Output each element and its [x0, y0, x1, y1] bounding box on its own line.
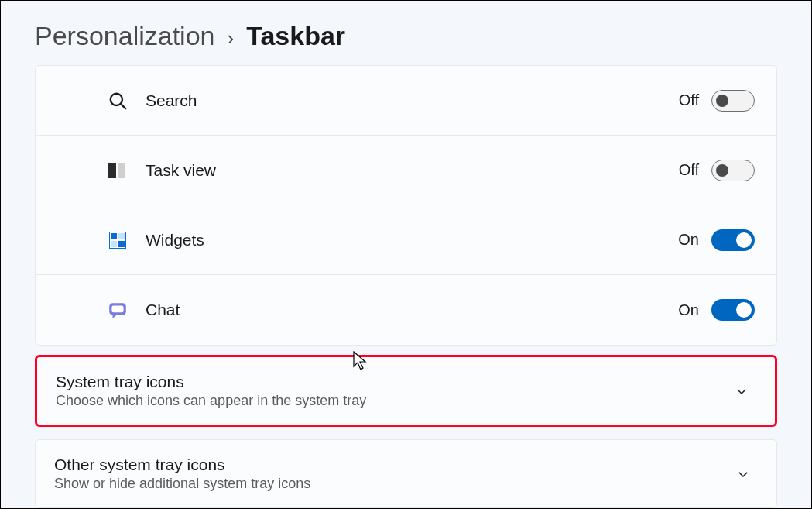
section-title: System tray icons — [56, 373, 735, 391]
section-other-system-tray-icons[interactable]: Other system tray icons Show or hide add… — [35, 439, 777, 508]
taskbar-item-search: Search Off — [36, 66, 776, 136]
chevron-right-icon: › — [227, 26, 234, 50]
toggle-search[interactable] — [711, 90, 755, 112]
taskbar-item-label: Search — [146, 91, 679, 110]
toggle-taskview[interactable] — [711, 160, 755, 181]
breadcrumb-parent[interactable]: Personalization — [35, 21, 214, 51]
toggle-state-label: Off — [679, 161, 699, 179]
breadcrumb: Personalization › Taskbar — [1, 1, 811, 65]
chevron-down-icon — [736, 467, 750, 481]
section-title: Other system tray icons — [54, 456, 736, 474]
toggle-state-label: On — [678, 231, 699, 249]
svg-point-0 — [111, 93, 122, 105]
taskbar-item-taskview: Task view Off — [36, 136, 776, 205]
toggle-chat[interactable] — [711, 299, 755, 321]
breadcrumb-current: Taskbar — [246, 21, 345, 51]
toggle-widgets[interactable] — [711, 229, 755, 251]
taskbar-items-panel: Search Off Task view Off Widgets On Chat… — [35, 65, 777, 346]
taskbar-item-label: Chat — [146, 301, 678, 319]
toggle-state-label: Off — [679, 91, 699, 109]
search-icon — [107, 90, 128, 112]
section-subtitle: Show or hide additional system tray icon… — [54, 476, 736, 492]
taskbar-item-widgets: Widgets On — [36, 205, 776, 275]
svg-line-1 — [121, 104, 126, 109]
widgets-icon — [107, 229, 128, 251]
svg-rect-3 — [111, 306, 123, 313]
taskbar-item-chat: Chat On — [36, 275, 776, 345]
chat-icon — [107, 299, 128, 321]
taskbar-item-label: Task view — [146, 161, 679, 180]
chevron-down-icon — [735, 384, 749, 398]
section-system-tray-icons[interactable]: System tray icons Choose which icons can… — [35, 355, 777, 427]
section-subtitle: Choose which icons can appear in the sys… — [56, 393, 735, 409]
taskbar-item-label: Widgets — [146, 231, 678, 249]
toggle-state-label: On — [678, 301, 699, 319]
taskview-icon — [107, 160, 128, 181]
